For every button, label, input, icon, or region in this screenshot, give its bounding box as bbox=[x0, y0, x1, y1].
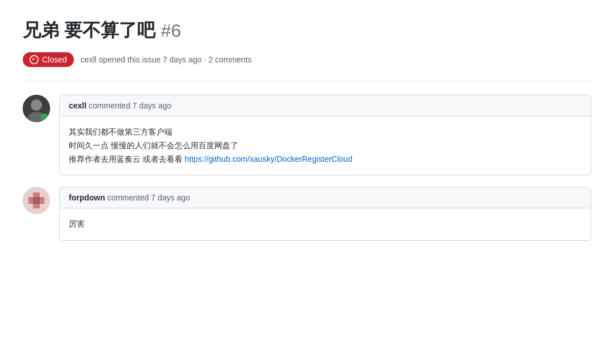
issue-title-container: 兄弟 要不算了吧 #6 bbox=[23, 18, 591, 43]
closed-icon bbox=[30, 55, 39, 64]
comment-box: forpdown commented 7 days ago 厉害 bbox=[59, 187, 591, 241]
issue-meta-text: cexll opened this issue 7 days ago · 2 c… bbox=[81, 55, 252, 64]
comment-timestamp: commented 7 days ago bbox=[107, 193, 190, 202]
avatar-image bbox=[23, 187, 50, 214]
status-label: Closed bbox=[42, 55, 67, 64]
comment-link[interactable]: https://github.com/xausky/DockerRegister… bbox=[185, 154, 352, 164]
comment-body: 其实我们都不做第三方客户端 时间久一点 慢慢的人们就不会怎么用百度网盘了 推荐作… bbox=[60, 116, 591, 175]
issue-title-text: 兄弟 要不算了吧 bbox=[23, 18, 155, 43]
comments-section: cexll commented 7 days ago 其实我们都不做第三方客户端… bbox=[23, 95, 591, 241]
comment-row: forpdown commented 7 days ago 厉害 bbox=[23, 187, 591, 241]
issue-number: #6 bbox=[161, 20, 181, 41]
avatar bbox=[23, 95, 50, 122]
status-badge: Closed bbox=[23, 52, 74, 67]
svg-rect-3 bbox=[42, 114, 47, 118]
avatar-image bbox=[23, 95, 50, 122]
comment-line-2: 时间久一点 慢慢的人们就不会怎么用百度网盘了 bbox=[69, 139, 582, 153]
commenter-name[interactable]: forpdown bbox=[69, 193, 105, 202]
comment-line-1: 厉害 bbox=[69, 217, 582, 231]
comment-header: forpdown commented 7 days ago bbox=[60, 187, 591, 208]
avatar bbox=[23, 187, 50, 214]
svg-point-1 bbox=[31, 99, 42, 111]
commenter-name[interactable]: cexll bbox=[69, 101, 86, 110]
comment-box: cexll commented 7 days ago 其实我们都不做第三方客户端… bbox=[59, 95, 591, 175]
comment-line-3: 推荐作者去用蓝奏云 或者去看看 https://github.com/xausk… bbox=[69, 153, 582, 166]
comment-action: commented 7 days ago bbox=[89, 101, 172, 110]
comment-row: cexll commented 7 days ago 其实我们都不做第三方客户端… bbox=[23, 95, 591, 175]
divider bbox=[23, 81, 591, 81]
issue-meta: Closed cexll opened this issue 7 days ag… bbox=[23, 52, 591, 67]
comment-line-3-prefix: 推荐作者去用蓝奏云 或者去看看 bbox=[69, 154, 185, 164]
comment-body: 厉害 bbox=[60, 208, 591, 240]
comment-line-1: 其实我们都不做第三方客户端 bbox=[69, 125, 582, 139]
svg-rect-9 bbox=[33, 197, 40, 204]
comment-header: cexll commented 7 days ago bbox=[60, 95, 591, 116]
